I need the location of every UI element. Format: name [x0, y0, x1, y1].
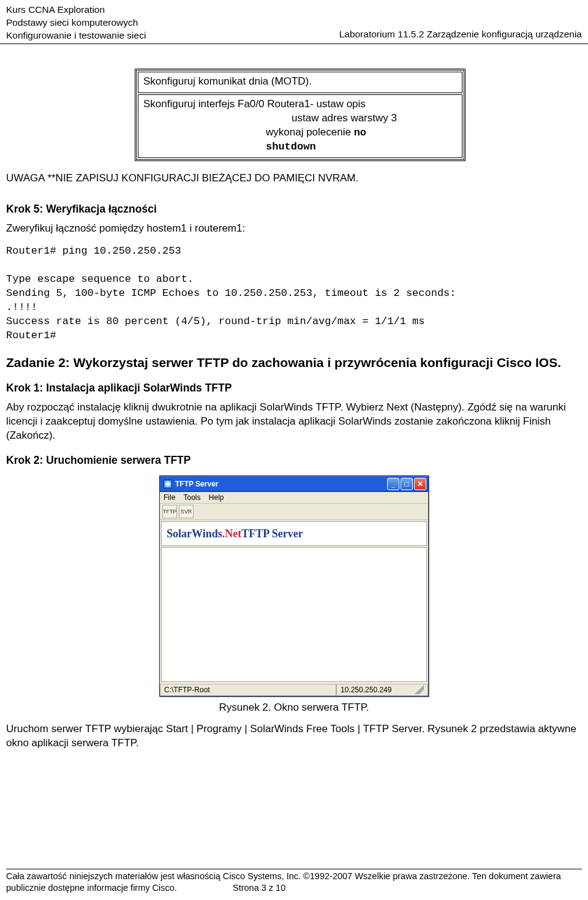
close-button[interactable]: ✕ [414, 478, 426, 490]
toolbar-tftp-button[interactable]: TFTP [162, 505, 177, 518]
header-right: Laboratorium 11.5.2 Zarządzenie konfigur… [339, 28, 582, 42]
ping-output: Router1# ping 10.250.250.253 Type escape… [6, 244, 582, 343]
footer-line1: Cała zawartość niniejszych materiałów je… [6, 871, 582, 882]
page-header: Kurs CCNA Exploration Podstawy sieci kom… [0, 4, 588, 42]
config-row2-l1: Skonfiguruj interfejs Fa0/0 Routera1- us… [143, 98, 366, 110]
footer-line [6, 869, 582, 869]
toolbar: TFTP SVR [160, 504, 428, 520]
krok1-title: Krok 1: Instalacja aplikacji SolarWinds … [6, 382, 582, 395]
config-row2: Skonfiguruj interfejs Fa0/0 Routera1- us… [138, 94, 462, 159]
config-box: Skonfiguruj komunikat dnia (MOTD). Skonf… [135, 69, 466, 162]
step5-title: Krok 5: Weryfikacja łączności [6, 203, 582, 216]
menu-tools[interactable]: Tools [183, 493, 200, 502]
window-title: TFTP Server [175, 480, 218, 488]
closing-para: Uruchom serwer TFTP wybierając Start | P… [6, 722, 582, 751]
statusbar: C:\TFTP-Root 10.250.250.249 [160, 683, 428, 696]
minimize-button[interactable]: _ [387, 478, 399, 490]
resize-grip-icon[interactable] [415, 686, 424, 694]
config-row1: Skonfiguruj komunikat dnia (MOTD). [138, 72, 462, 93]
figure-caption: Rysunek 2. Okno serwera TFTP. [6, 701, 582, 714]
config-row2-l2: ustaw adres warstwy 3 [143, 112, 457, 126]
banner-post: TFTP Server [241, 528, 303, 540]
page-footer: Cała zawartość niniejszych materiałów je… [0, 869, 588, 894]
status-ip-text: 10.250.250.249 [341, 686, 391, 694]
menu-help[interactable]: Help [209, 493, 224, 502]
maximize-button[interactable]: □ [401, 478, 413, 490]
status-root-path: C:\TFTP-Root [160, 684, 336, 696]
menubar: File Tools Help [160, 492, 428, 504]
footer-line2-right: Strona 3 z 10 [233, 882, 285, 894]
header-line2: Podstawy sieci komputerowych [6, 17, 146, 29]
task2-title: Zadanie 2: Wykorzystaj serwer TFTP do za… [6, 354, 582, 371]
config-row2-l3-pre: wykonaj polecenie [266, 126, 354, 138]
nvram-warning: UWAGA **NIE ZAPISUJ KONFIGURACJI BIEŻĄCE… [6, 172, 582, 184]
config-row2-l3-cmd: no [354, 127, 366, 138]
status-ip: 10.250.250.249 [336, 684, 428, 696]
tftp-server-window: TFTP Server _ □ ✕ File Tools Help TFTP S… [159, 475, 429, 697]
banner-dotnet: .Net [222, 528, 241, 540]
titlebar[interactable]: TFTP Server _ □ ✕ [160, 476, 428, 492]
step5-para: Zweryfikuj łączność pomiędzy hostem1 i r… [6, 222, 582, 236]
header-line3: Konfigurowanie i testowanie sieci [6, 29, 146, 42]
header-line1: Kurs CCNA Exploration [6, 4, 146, 17]
header-left: Kurs CCNA Exploration Podstawy sieci kom… [6, 4, 146, 42]
app-icon [164, 480, 172, 488]
menu-file[interactable]: File [164, 493, 175, 502]
banner-pre: SolarWinds [167, 528, 222, 540]
footer-line2-left: publicznie dostępne informacje firmy Cis… [6, 882, 233, 894]
toolbar-svr-button[interactable]: SVR [179, 505, 194, 518]
config-row2-l4-cmd: shutdown [143, 140, 457, 154]
krok2-title: Krok 2: Uruchomienie serwera TFTP [6, 454, 582, 467]
config-row2-l3-wrap: wykonaj polecenie no [143, 126, 457, 140]
krok1-para: Aby rozpocząć instalację kliknij dwukrot… [6, 401, 582, 443]
banner: SolarWinds.Net TFTP Server [161, 521, 427, 546]
log-area[interactable] [161, 547, 427, 682]
